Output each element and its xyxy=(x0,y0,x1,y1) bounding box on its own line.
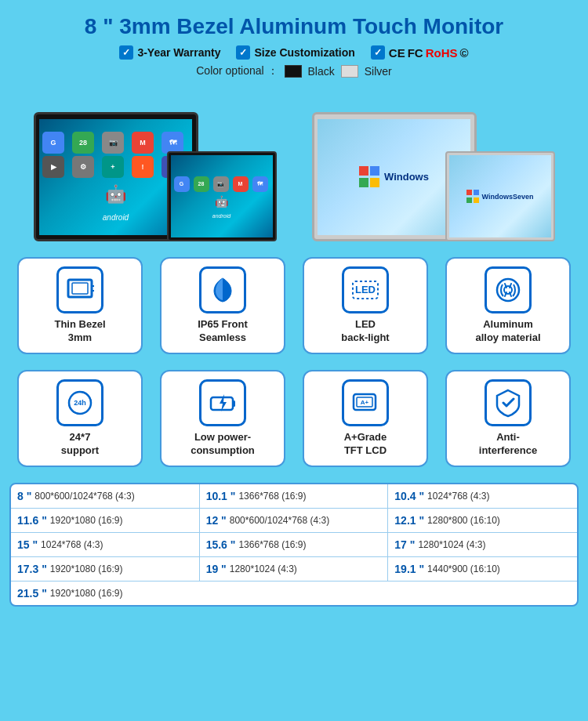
tft-icon: A+ xyxy=(342,379,389,426)
feature-thin-bezel: Thin Bezel3mm xyxy=(17,257,143,354)
aluminum-svg xyxy=(493,275,523,305)
anti-icon xyxy=(485,379,532,426)
spec-cell-101: 10.1 " 1366*768 (16:9) xyxy=(200,484,389,508)
black-swatch xyxy=(285,65,302,78)
tft-label: A+GradeTFT LCD xyxy=(344,431,387,458)
warranty-check-icon: ✓ xyxy=(119,45,133,60)
thin-bezel-svg xyxy=(65,275,95,305)
spec-res-8: 800*600/1024*768 (4:3) xyxy=(34,491,134,502)
spec-res-19: 1280*1024 (4:3) xyxy=(230,563,297,574)
silver-swatch xyxy=(341,65,358,78)
feature-anti: Anti-interference xyxy=(445,370,571,467)
led-icon: LED xyxy=(342,266,389,313)
black-small-screen: G 28 📷 M 🗺 🤖android xyxy=(171,155,273,237)
support-label: 24*7support xyxy=(61,431,99,458)
power-icon xyxy=(199,379,246,426)
app-maps: 🗺 xyxy=(162,132,183,154)
spec-res-12: 800*600/1024*768 (4:3) xyxy=(230,515,329,526)
spec-size-156: 15.6 " xyxy=(206,538,236,551)
features-row-1: Thin Bezel3mm IP65 FrontSeamless LED LED… xyxy=(0,249,588,362)
ce-logo: CE xyxy=(389,46,405,60)
black-monitor-small: G 28 📷 M 🗺 🤖android xyxy=(167,151,277,241)
specs-row-2: 11.6 " 1920*1080 (16:9) 12 " 800*600/102… xyxy=(11,509,577,533)
android-logo-large: 🤖android xyxy=(103,184,129,225)
win-flag-large xyxy=(359,166,381,188)
svg-text:24h: 24h xyxy=(74,399,86,407)
spec-cell-121: 12.1 " 1280*800 (16:10) xyxy=(388,509,577,532)
size-badge: ✓ Size Customization xyxy=(236,45,354,60)
app-icons-small: G 28 📷 M 🗺 xyxy=(171,173,273,195)
app-gmail: M xyxy=(132,132,154,154)
svg-text:A+: A+ xyxy=(361,399,369,406)
svg-text:LED: LED xyxy=(355,284,376,295)
tft-svg: A+ xyxy=(350,388,380,418)
ip65-svg xyxy=(208,275,238,305)
silver-label: Silver xyxy=(365,65,392,78)
cert-check-icon: ✓ xyxy=(371,45,385,60)
color-row: Color optional ： Black Silver xyxy=(8,64,580,78)
spec-res-116: 1920*1080 (16:9) xyxy=(50,515,123,526)
spec-res-15: 1024*768 (4:3) xyxy=(41,539,103,550)
spec-size-121: 12.1 " xyxy=(394,514,424,527)
svg-point-7 xyxy=(504,286,512,294)
android-logo-small: 🤖android xyxy=(212,195,230,220)
black-label: Black xyxy=(308,65,335,78)
size-check-icon: ✓ xyxy=(236,45,250,60)
page-header: 8 " 3mm Bezel Aluminum Touch Monitor ✓ 3… xyxy=(0,0,588,92)
win-flag-small xyxy=(466,190,481,204)
support-icon: 24h xyxy=(56,379,103,426)
spec-res-191: 1440*900 (16:10) xyxy=(427,563,500,574)
power-label: Low power-consumption xyxy=(191,431,255,458)
rohs-logo: RoHS xyxy=(426,46,458,60)
ccc-logo: © xyxy=(460,46,469,60)
spec-cell-215: 21.5 " 1920*1080 (16:9) xyxy=(11,582,577,605)
app-settings: ⚙ xyxy=(72,156,94,178)
spec-size-15: 15 " xyxy=(17,538,38,551)
specs-row-3: 15 " 1024*768 (4:3) 15.6 " 1366*768 (16:… xyxy=(11,533,577,557)
app-extra1: + xyxy=(102,156,124,178)
color-label: Color optional ： xyxy=(196,64,278,78)
specs-row-5: 21.5 " 1920*1080 (16:9) xyxy=(11,582,577,605)
spec-cell-173: 17.3 " 1920*1080 (16:9) xyxy=(11,557,200,581)
spec-cell-191: 19.1 " 1440*900 (16:10) xyxy=(388,557,577,581)
specs-table: 8 " 800*600/1024*768 (4:3) 10.1 " 1366*7… xyxy=(9,483,579,607)
app-camera: 📷 xyxy=(102,132,124,154)
led-label: LEDback-light xyxy=(341,318,389,345)
warranty-badge: ✓ 3-Year Warranty xyxy=(119,45,220,60)
spec-res-104: 1024*768 (4:3) xyxy=(427,491,489,502)
product-images-section: G 28 📷 M 🗺 ▶ ⚙ + ! i 🤖android G 28 xyxy=(0,92,588,249)
spec-size-215: 21.5 " xyxy=(17,587,47,600)
spec-res-101: 1366*768 (16:9) xyxy=(238,491,306,502)
spec-cell-17: 17 " 1280*1024 (4:3) xyxy=(388,533,577,556)
windows-logo-large: Windows xyxy=(359,166,429,188)
spec-cell-116: 11.6 " 1920*1080 (16:9) xyxy=(11,509,200,532)
spec-cell-104: 10.4 " 1024*768 (4:3) xyxy=(388,484,577,508)
spec-size-173: 17.3 " xyxy=(17,563,47,575)
ip65-label: IP65 FrontSeamless xyxy=(198,318,248,345)
feature-aluminum: Aluminumalloy material xyxy=(445,257,571,354)
led-svg: LED xyxy=(350,275,380,305)
spec-size-116: 11.6 " xyxy=(17,514,47,527)
spec-size-12: 12 " xyxy=(206,514,227,527)
silver-small-screen: WindowsSeven xyxy=(449,155,551,237)
cert-logos: CE FC RoHS © xyxy=(389,46,469,60)
app-play: ▶ xyxy=(42,156,64,178)
anti-svg xyxy=(493,388,523,418)
spec-size-101: 10.1 " xyxy=(206,490,236,502)
warranty-label: 3-Year Warranty xyxy=(137,46,220,59)
app-mp-sm: 🗺 xyxy=(252,176,268,192)
aluminum-label: Aluminumalloy material xyxy=(475,318,540,345)
spec-cell-19: 19 " 1280*1024 (4:3) xyxy=(200,557,389,581)
spec-res-156: 1366*768 (16:9) xyxy=(238,539,306,550)
fc-logo: FC xyxy=(408,46,423,60)
app-cam-sm: 📷 xyxy=(213,176,229,192)
windows-text-small: WindowsSeven xyxy=(482,193,534,201)
spec-res-215: 1920*1080 (16:9) xyxy=(50,588,123,599)
app-google: G xyxy=(42,132,64,154)
cert-badge: ✓ CE FC RoHS © xyxy=(371,45,469,60)
support-svg: 24h xyxy=(65,388,95,418)
spec-size-19: 19 " xyxy=(206,563,227,575)
feature-power: Low power-consumption xyxy=(160,370,285,467)
app-gm-sm: M xyxy=(233,176,249,192)
spec-size-8: 8 " xyxy=(17,490,31,502)
